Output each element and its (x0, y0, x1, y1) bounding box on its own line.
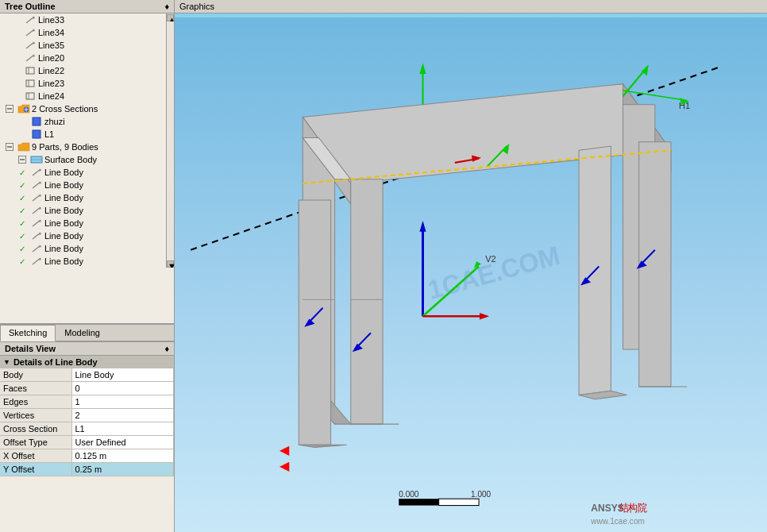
details-view: Details View ♦ ▼ Details of Line Body Bo… (0, 341, 174, 532)
detail-val-faces: 0 (71, 382, 174, 395)
tree-item-linebody8[interactable]: ✓ Line Body (0, 255, 166, 268)
line34-expand-icon (10, 27, 22, 38)
graphics-header: Graphics (175, 0, 767, 13)
detail-row-crosssection: Cross Section L1 (0, 422, 174, 436)
line24-label: Line24 (38, 91, 64, 101)
line20-type-icon (24, 52, 37, 64)
surfacebody-expand-icon (16, 154, 29, 165)
linebody4-label: Line Body (44, 206, 83, 215)
tree-scroll-area[interactable]: Line33 Line34 Line35 (0, 13, 166, 268)
scrollbar-up-button[interactable]: ▲ (167, 14, 174, 21)
line35-type-icon (24, 40, 37, 51)
linebody5-type-icon (30, 218, 43, 229)
svg-line-27 (33, 169, 40, 175)
linebody3-type-icon (30, 192, 43, 203)
tree-item-linebody7[interactable]: ✓ Line Body (0, 242, 166, 255)
detail-val-yoffset: 0.25 m ◀ (71, 463, 174, 476)
tree-item-9parts[interactable]: 9 Parts, 9 Bodies (0, 141, 166, 153)
svg-line-2 (26, 29, 34, 36)
linebody3-label: Line Body (44, 193, 83, 202)
tree-item-linebody3[interactable]: ✓ Line Body (0, 191, 166, 204)
svg-marker-51 (351, 179, 383, 424)
tab-sketching[interactable]: Sketching (0, 325, 56, 341)
detail-row-yoffset: Y Offset 0.25 m ◀ (0, 463, 174, 476)
tree-item-linebody1[interactable]: ✓ Line Body (0, 166, 166, 179)
linebody7-checkmark-icon: ✓ (16, 243, 29, 254)
svg-line-4 (26, 42, 34, 48)
details-expand-icon: ▼ (3, 358, 10, 366)
svg-rect-8 (26, 67, 34, 74)
linebody6-type-icon (30, 230, 43, 241)
tree-item-line23[interactable]: Line23 (0, 77, 166, 90)
9parts-folder-icon (17, 141, 30, 152)
svg-line-33 (33, 207, 40, 214)
tree-item-line33[interactable]: Line33 (0, 13, 166, 26)
linebody4-type-icon (30, 205, 43, 216)
surfacebody-label: Surface Body (44, 155, 97, 164)
line23-label: Line23 (38, 79, 64, 88)
line20-expand-icon (10, 52, 22, 64)
details-header: Details View ♦ (0, 342, 174, 356)
svg-line-31 (33, 195, 40, 201)
line33-label: Line33 (38, 15, 64, 25)
tree-item-line24[interactable]: Line24 (0, 90, 166, 102)
tree-outline: Tree Outline ♦ Line33 (0, 0, 174, 324)
tree-item-line35[interactable]: Line35 (0, 39, 166, 52)
l1-expand-icon (16, 129, 29, 140)
tree-item-linebody4[interactable]: ✓ Line Body (0, 204, 166, 217)
line34-type-icon (24, 27, 37, 38)
tree-item-crosssections[interactable]: 2 Cross Sections (0, 102, 166, 115)
tree-item-linebody2[interactable]: ✓ Line Body (0, 179, 166, 191)
graphics-title: Graphics (179, 2, 214, 11)
9parts-expand-icon (3, 141, 16, 152)
linebody8-checkmark-icon: ✓ (16, 256, 29, 267)
linebody6-checkmark-icon: ✓ (16, 230, 29, 241)
line34-label: Line34 (38, 28, 64, 37)
detail-key-faces: Faces (0, 382, 71, 395)
line20-label: Line20 (38, 53, 64, 63)
linebody2-label: Line Body (44, 180, 83, 190)
tree-outer: Line33 Line34 Line35 (0, 13, 174, 268)
detail-val-crosssection: L1 (71, 422, 174, 436)
linebody5-label: Line Body (44, 218, 83, 228)
svg-line-41 (33, 258, 40, 264)
tree-pin-icon[interactable]: ♦ (164, 2, 169, 11)
tree-scrollbar[interactable]: ▲ ▼ (166, 13, 174, 268)
tree-item-l1[interactable]: L1 (0, 128, 166, 141)
line33-type-icon (24, 14, 37, 25)
tree-item-linebody6[interactable]: ✓ Line Body (0, 229, 166, 242)
svg-line-6 (26, 55, 34, 61)
details-title: Details View (5, 344, 56, 353)
details-section-header: ▼ Details of Line Body (0, 356, 174, 368)
details-pin-icon[interactable]: ♦ (164, 344, 169, 353)
9parts-label: 9 Parts, 9 Bodies (32, 142, 98, 152)
svg-rect-20 (33, 130, 40, 138)
zhuzi-type-icon (30, 116, 43, 127)
line35-label: Line35 (38, 40, 64, 50)
linebody2-checkmark-icon: ✓ (16, 179, 29, 191)
tree-item-line34[interactable]: Line34 (0, 26, 166, 39)
tree-item-line22[interactable]: Line22 (0, 64, 166, 77)
line23-type-icon (24, 78, 37, 89)
tree-item-linebody5[interactable]: ✓ Line Body (0, 217, 166, 229)
detail-key-offsettype: Offset Type (0, 436, 71, 449)
scrollbar-down-button[interactable]: ▼ (167, 260, 174, 268)
tree-item-zhuzi[interactable]: zhuzi (0, 115, 166, 128)
linebody4-checkmark-icon: ✓ (16, 205, 29, 216)
details-section-label: Details of Line Body (13, 357, 98, 367)
svg-rect-12 (26, 93, 34, 99)
linebody3-checkmark-icon: ✓ (16, 192, 29, 203)
tree-outline-header: Tree Outline ♦ (0, 0, 174, 13)
line23-expand-icon (10, 78, 22, 89)
linebody2-type-icon (30, 179, 43, 191)
detail-row-vertices: Vertices 2 (0, 409, 174, 422)
tree-item-line20[interactable]: Line20 (0, 52, 166, 64)
details-table: Body Line Body Faces 0 Edges 1 Vertices … (0, 368, 174, 476)
detail-key-vertices: Vertices (0, 409, 71, 422)
tree-item-surfacebody[interactable]: Surface Body (0, 153, 166, 166)
linebody5-checkmark-icon: ✓ (16, 218, 29, 229)
tab-modeling[interactable]: Modeling (56, 325, 109, 341)
detail-key-xoffset: X Offset (0, 449, 71, 463)
scene[interactable]: V2 H1 (175, 17, 767, 532)
svg-marker-58 (299, 200, 330, 445)
